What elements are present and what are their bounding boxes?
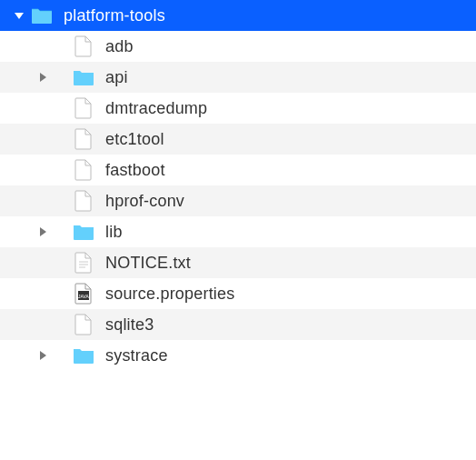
- tree-item-label: dmtracedump: [105, 99, 207, 118]
- tree-item-label: systrace: [105, 346, 168, 365]
- tree-row[interactable]: fastboot: [0, 155, 476, 185]
- java-file-icon: JAVA: [73, 283, 94, 305]
- folder-icon: [31, 5, 53, 26]
- tree-row[interactable]: dmtracedump: [0, 93, 476, 124]
- disclosure-triangle-right-icon[interactable]: [36, 71, 49, 84]
- tree-row[interactable]: sqlite3: [0, 309, 476, 340]
- tree-row[interactable]: adb: [0, 31, 476, 62]
- tree-row[interactable]: lib: [0, 216, 476, 247]
- svg-marker-1: [40, 73, 46, 82]
- tree-row[interactable]: api: [0, 62, 476, 93]
- tree-row[interactable]: hprof-conv: [0, 185, 476, 216]
- tree-item-label: sqlite3: [105, 315, 154, 335]
- text-file-icon: [73, 252, 94, 274]
- svg-text:JAVA: JAVA: [78, 294, 89, 299]
- disclosure-spacer: [55, 287, 67, 300]
- tree-item-label: hprof-conv: [105, 192, 184, 211]
- tree-item-label: source.properties: [105, 285, 234, 304]
- tree-row[interactable]: NOTICE.txt: [0, 247, 476, 278]
- file-tree: platform-tools adb api: [0, 0, 476, 371]
- file-icon: [73, 97, 94, 119]
- disclosure-spacer: [55, 164, 67, 176]
- disclosure-spacer: [55, 318, 67, 331]
- svg-marker-0: [15, 13, 24, 19]
- folder-icon: [73, 66, 94, 88]
- disclosure-spacer: [55, 102, 67, 115]
- disclosure-triangle-right-icon[interactable]: [36, 349, 49, 362]
- disclosure-spacer: [55, 195, 67, 207]
- file-icon: [73, 190, 94, 212]
- tree-item-label: etc1tool: [105, 130, 164, 149]
- tree-row[interactable]: systrace: [0, 340, 476, 371]
- file-icon: [73, 314, 94, 335]
- folder-icon: [73, 221, 94, 243]
- svg-marker-8: [40, 351, 46, 360]
- tree-item-label: NOTICE.txt: [105, 254, 191, 273]
- disclosure-triangle-right-icon[interactable]: [36, 225, 49, 238]
- tree-row[interactable]: etc1tool: [0, 124, 476, 155]
- file-icon: [73, 159, 94, 181]
- tree-row[interactable]: JAVA source.properties: [0, 278, 476, 309]
- tree-item-label: fastboot: [105, 161, 165, 180]
- tree-item-label: adb: [105, 37, 134, 56]
- disclosure-spacer: [55, 133, 67, 145]
- disclosure-spacer: [55, 256, 67, 269]
- tree-row-root[interactable]: platform-tools: [0, 0, 476, 31]
- tree-item-label: platform-tools: [64, 6, 165, 25]
- svg-marker-2: [40, 227, 46, 236]
- folder-icon: [73, 345, 94, 366]
- disclosure-spacer: [55, 40, 67, 53]
- tree-item-label: api: [105, 68, 128, 87]
- disclosure-triangle-down-icon[interactable]: [13, 9, 25, 22]
- tree-item-label: lib: [105, 223, 123, 242]
- file-icon: [73, 128, 94, 150]
- file-icon: [73, 35, 94, 57]
